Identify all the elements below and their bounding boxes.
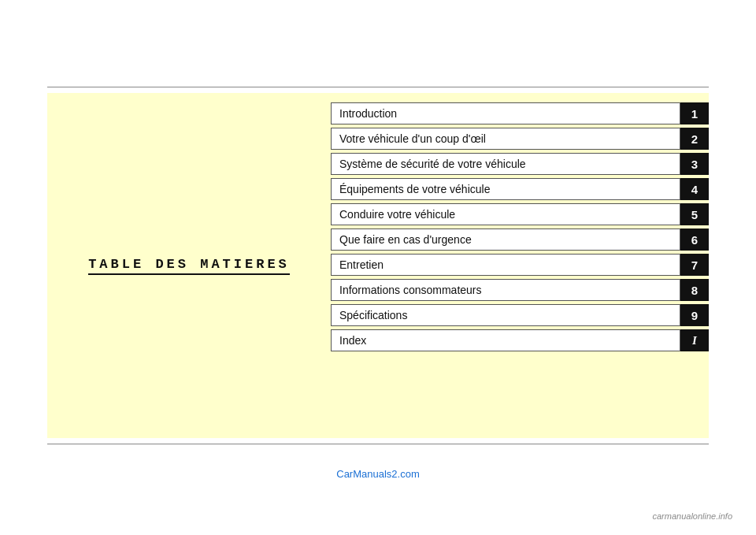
toc-item-label: Que faire en cas d'urgence [331, 228, 680, 251]
toc-item-label: Spécifications [331, 304, 680, 326]
toc-item-number: 8 [680, 279, 709, 301]
toc-item-number: 3 [680, 153, 709, 175]
toc-item-number: 1 [680, 102, 709, 124]
toc-item-number: 4 [680, 178, 709, 200]
page-container: TABLE DES MATIERES Introduction1Votre vé… [0, 0, 756, 535]
toc-item-number: I [680, 329, 709, 351]
table-title-text: TABLE DES MATIERES [88, 257, 290, 275]
toc-item[interactable]: Introduction1 [331, 102, 709, 124]
toc-item[interactable]: Conduire votre véhicule5 [331, 203, 709, 225]
bottom-rule [47, 444, 709, 444]
toc-item-label: Équipements de votre véhicule [331, 178, 680, 200]
watermark: carmanualonline.info [652, 511, 732, 521]
toc-item-label: Index [331, 329, 680, 351]
toc-item[interactable]: Informations consommateurs8 [331, 279, 709, 301]
toc-item-number: 7 [680, 254, 709, 276]
toc-item-label: Votre véhicule d'un coup d'œil [331, 128, 680, 150]
toc-item-number: 6 [680, 228, 709, 251]
table-title-section: TABLE DES MATIERES [47, 93, 331, 438]
toc-section: Introduction1Votre véhicule d'un coup d'… [331, 102, 709, 355]
toc-item[interactable]: Que faire en cas d'urgence6 [331, 228, 709, 251]
toc-item-label: Système de sécurité de votre véhicule [331, 153, 680, 175]
toc-item-number: 5 [680, 203, 709, 225]
toc-item-label: Informations consommateurs [331, 279, 680, 301]
toc-item-number: 9 [680, 304, 709, 326]
footer-link[interactable]: CarManuals2.com [0, 468, 756, 480]
toc-item[interactable]: IndexI [331, 329, 709, 351]
toc-item-label: Entretien [331, 254, 680, 276]
top-rule [47, 87, 709, 87]
toc-item-label: Introduction [331, 102, 680, 124]
toc-item[interactable]: Votre véhicule d'un coup d'œil2 [331, 128, 709, 150]
toc-item[interactable]: Spécifications9 [331, 304, 709, 326]
toc-item-label: Conduire votre véhicule [331, 203, 680, 225]
toc-item-number: 2 [680, 128, 709, 150]
toc-item[interactable]: Entretien7 [331, 254, 709, 276]
toc-item[interactable]: Système de sécurité de votre véhicule3 [331, 153, 709, 175]
toc-item[interactable]: Équipements de votre véhicule4 [331, 178, 709, 200]
